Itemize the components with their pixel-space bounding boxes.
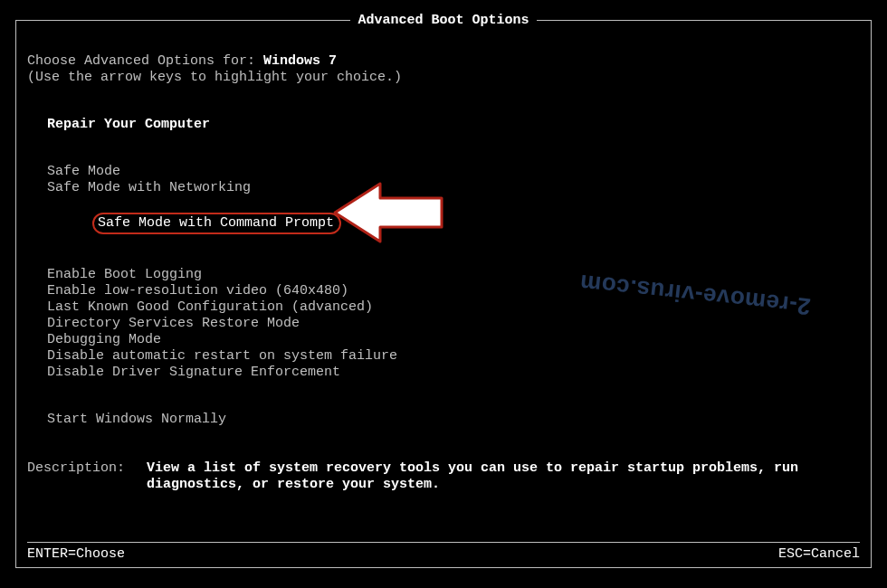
menu-start-windows-normally[interactable]: Start Windows Normally xyxy=(27,412,860,428)
menu-safe-mode[interactable]: Safe Mode xyxy=(27,164,860,180)
title-text: Advanced Boot Options xyxy=(350,13,536,28)
boot-options-screen: Advanced Boot Options Choose Advanced Op… xyxy=(15,20,872,568)
content-area: Choose Advanced Options for: Windows 7 (… xyxy=(27,53,860,493)
choose-prefix: Choose Advanced Options for: xyxy=(27,53,263,69)
screen-title: Advanced Boot Options xyxy=(16,13,871,28)
description-row: Description: View a list of system recov… xyxy=(27,460,860,493)
description-text: View a list of system recovery tools you… xyxy=(147,460,860,493)
footer-bar: ENTER=Choose ESC=Cancel xyxy=(27,542,860,562)
menu-low-resolution-video[interactable]: Enable low-resolution video (640x480) xyxy=(27,283,860,299)
menu-safe-mode-command-prompt[interactable]: Safe Mode with Command Prompt xyxy=(92,213,341,234)
menu-directory-services-restore[interactable]: Directory Services Restore Mode xyxy=(27,316,860,332)
menu-enable-boot-logging[interactable]: Enable Boot Logging xyxy=(27,267,860,283)
arrow-hint: (Use the arrow keys to highlight your ch… xyxy=(27,70,860,86)
footer-enter: ENTER=Choose xyxy=(27,546,125,562)
menu-last-known-good-config[interactable]: Last Known Good Configuration (advanced) xyxy=(27,299,860,316)
description-label: Description: xyxy=(27,460,147,493)
menu-debugging-mode[interactable]: Debugging Mode xyxy=(27,332,860,348)
menu-disable-driver-signature[interactable]: Disable Driver Signature Enforcement xyxy=(27,365,860,381)
menu-disable-auto-restart[interactable]: Disable automatic restart on system fail… xyxy=(27,348,860,365)
footer-esc: ESC=Cancel xyxy=(778,546,860,562)
os-name: Windows 7 xyxy=(263,53,337,69)
menu-repair-your-computer[interactable]: Repair Your Computer xyxy=(27,117,860,133)
menu-safe-mode-command-prompt-row: Safe Mode with Command Prompt xyxy=(27,196,860,251)
choose-line: Choose Advanced Options for: Windows 7 xyxy=(27,53,860,70)
menu-safe-mode-networking[interactable]: Safe Mode with Networking xyxy=(27,180,860,196)
